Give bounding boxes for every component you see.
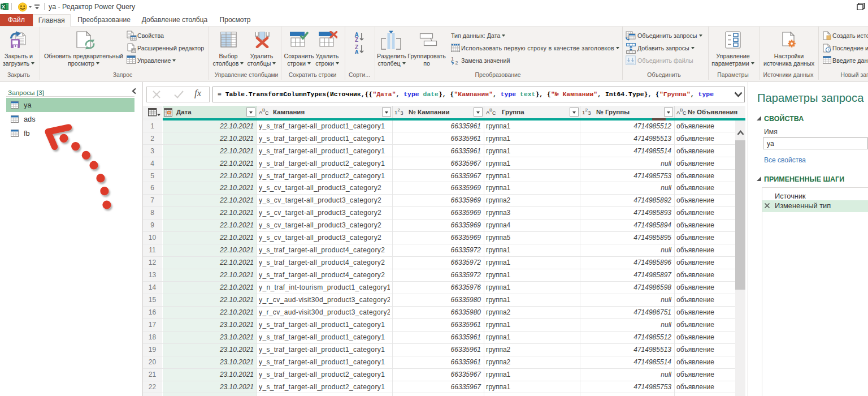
svg-text:2: 2 <box>455 60 458 66</box>
svg-text:X: X <box>2 4 5 10</box>
svg-text:Z: Z <box>355 37 358 43</box>
svg-text:A: A <box>354 49 358 54</box>
svg-text:1: 1 <box>451 56 454 62</box>
